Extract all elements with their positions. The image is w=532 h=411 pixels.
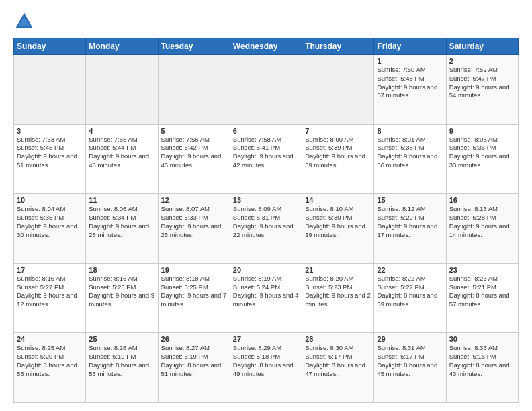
day-number: 30: [449, 335, 515, 343]
day-info: Sunrise: 8:19 AM Sunset: 5:24 PM Dayligh…: [233, 275, 299, 309]
day-number: 4: [89, 127, 154, 135]
day-number: 5: [161, 127, 227, 135]
day-header-monday: Monday: [86, 38, 158, 55]
day-info: Sunrise: 8:06 AM Sunset: 5:34 PM Dayligh…: [89, 205, 154, 239]
day-cell: 29Sunrise: 8:31 AM Sunset: 5:17 PM Dayli…: [374, 333, 446, 403]
day-cell: 17Sunrise: 8:15 AM Sunset: 5:27 PM Dayli…: [14, 263, 86, 333]
day-number: 23: [449, 266, 515, 274]
day-header-tuesday: Tuesday: [158, 38, 230, 55]
day-info: Sunrise: 8:18 AM Sunset: 5:25 PM Dayligh…: [161, 275, 227, 309]
day-info: Sunrise: 8:13 AM Sunset: 5:28 PM Dayligh…: [449, 205, 515, 239]
day-cell: 16Sunrise: 8:13 AM Sunset: 5:28 PM Dayli…: [446, 194, 518, 264]
day-header-sunday: Sunday: [14, 38, 86, 55]
day-cell: 3Sunrise: 7:53 AM Sunset: 5:45 PM Daylig…: [14, 124, 86, 194]
day-number: 12: [161, 196, 227, 204]
week-row-2: 10Sunrise: 8:04 AM Sunset: 5:35 PM Dayli…: [14, 194, 519, 264]
day-info: Sunrise: 8:00 AM Sunset: 5:39 PM Dayligh…: [305, 136, 371, 170]
day-header-saturday: Saturday: [446, 38, 518, 55]
day-cell: 23Sunrise: 8:23 AM Sunset: 5:21 PM Dayli…: [446, 263, 518, 333]
day-info: Sunrise: 8:20 AM Sunset: 5:23 PM Dayligh…: [305, 275, 371, 309]
day-info: Sunrise: 8:01 AM Sunset: 5:38 PM Dayligh…: [377, 136, 443, 170]
day-header-wednesday: Wednesday: [230, 38, 302, 55]
day-info: Sunrise: 8:30 AM Sunset: 5:17 PM Dayligh…: [305, 344, 371, 378]
day-number: 19: [161, 266, 227, 274]
day-number: 22: [377, 266, 443, 274]
page: SundayMondayTuesdayWednesdayThursdayFrid…: [0, 0, 532, 411]
day-number: 27: [233, 335, 299, 343]
day-number: 20: [233, 266, 299, 274]
day-info: Sunrise: 8:27 AM Sunset: 5:19 PM Dayligh…: [161, 344, 227, 378]
day-cell: 6Sunrise: 7:58 AM Sunset: 5:41 PM Daylig…: [230, 124, 302, 194]
day-cell: [14, 55, 86, 125]
week-row-0: 1Sunrise: 7:50 AM Sunset: 5:48 PM Daylig…: [14, 55, 519, 125]
logo-icon: [13, 11, 35, 32]
day-number: 24: [17, 335, 83, 343]
day-cell: 21Sunrise: 8:20 AM Sunset: 5:23 PM Dayli…: [302, 263, 374, 333]
day-info: Sunrise: 8:22 AM Sunset: 5:22 PM Dayligh…: [377, 275, 443, 309]
day-cell: 19Sunrise: 8:18 AM Sunset: 5:25 PM Dayli…: [158, 263, 230, 333]
week-row-4: 24Sunrise: 8:25 AM Sunset: 5:20 PM Dayli…: [14, 333, 519, 403]
header: [13, 11, 519, 32]
week-row-1: 3Sunrise: 7:53 AM Sunset: 5:45 PM Daylig…: [14, 124, 519, 194]
day-header-thursday: Thursday: [302, 38, 374, 55]
day-info: Sunrise: 8:07 AM Sunset: 5:33 PM Dayligh…: [161, 205, 227, 239]
day-info: Sunrise: 8:16 AM Sunset: 5:26 PM Dayligh…: [89, 275, 154, 309]
day-cell: 22Sunrise: 8:22 AM Sunset: 5:22 PM Dayli…: [374, 263, 446, 333]
day-cell: 25Sunrise: 8:26 AM Sunset: 5:19 PM Dayli…: [86, 333, 158, 403]
day-cell: 12Sunrise: 8:07 AM Sunset: 5:33 PM Dayli…: [158, 194, 230, 264]
day-cell: 13Sunrise: 8:09 AM Sunset: 5:31 PM Dayli…: [230, 194, 302, 264]
day-info: Sunrise: 7:52 AM Sunset: 5:47 PM Dayligh…: [449, 66, 515, 100]
day-cell: 26Sunrise: 8:27 AM Sunset: 5:19 PM Dayli…: [158, 333, 230, 403]
day-cell: 15Sunrise: 8:12 AM Sunset: 5:29 PM Dayli…: [374, 194, 446, 264]
day-number: 17: [17, 266, 83, 274]
day-number: 25: [89, 335, 154, 343]
day-info: Sunrise: 8:15 AM Sunset: 5:27 PM Dayligh…: [17, 275, 83, 309]
day-cell: 28Sunrise: 8:30 AM Sunset: 5:17 PM Dayli…: [302, 333, 374, 403]
day-cell: 24Sunrise: 8:25 AM Sunset: 5:20 PM Dayli…: [14, 333, 86, 403]
day-info: Sunrise: 7:50 AM Sunset: 5:48 PM Dayligh…: [377, 66, 443, 100]
week-row-3: 17Sunrise: 8:15 AM Sunset: 5:27 PM Dayli…: [14, 263, 519, 333]
day-cell: 2Sunrise: 7:52 AM Sunset: 5:47 PM Daylig…: [446, 55, 518, 125]
day-number: 26: [161, 335, 227, 343]
day-number: 1: [377, 57, 443, 65]
calendar-header: SundayMondayTuesdayWednesdayThursdayFrid…: [14, 38, 519, 55]
day-info: Sunrise: 8:10 AM Sunset: 5:30 PM Dayligh…: [305, 205, 371, 239]
day-info: Sunrise: 8:29 AM Sunset: 5:18 PM Dayligh…: [233, 344, 299, 378]
day-cell: 9Sunrise: 8:03 AM Sunset: 5:36 PM Daylig…: [446, 124, 518, 194]
logo: [13, 11, 38, 32]
day-cell: 4Sunrise: 7:55 AM Sunset: 5:44 PM Daylig…: [86, 124, 158, 194]
day-number: 28: [305, 335, 371, 343]
day-cell: 30Sunrise: 8:33 AM Sunset: 5:16 PM Dayli…: [446, 333, 518, 403]
day-info: Sunrise: 8:23 AM Sunset: 5:21 PM Dayligh…: [449, 275, 515, 309]
day-cell: 7Sunrise: 8:00 AM Sunset: 5:39 PM Daylig…: [302, 124, 374, 194]
day-info: Sunrise: 8:09 AM Sunset: 5:31 PM Dayligh…: [233, 205, 299, 239]
day-info: Sunrise: 8:31 AM Sunset: 5:17 PM Dayligh…: [377, 344, 443, 378]
day-number: 9: [449, 127, 515, 135]
calendar-table: SundayMondayTuesdayWednesdayThursdayFrid…: [13, 38, 519, 403]
day-number: 21: [305, 266, 371, 274]
day-info: Sunrise: 8:04 AM Sunset: 5:35 PM Dayligh…: [17, 205, 83, 239]
day-info: Sunrise: 7:53 AM Sunset: 5:45 PM Dayligh…: [17, 136, 83, 170]
day-cell: 18Sunrise: 8:16 AM Sunset: 5:26 PM Dayli…: [86, 263, 158, 333]
day-header-friday: Friday: [374, 38, 446, 55]
day-cell: [86, 55, 158, 125]
day-cell: 14Sunrise: 8:10 AM Sunset: 5:30 PM Dayli…: [302, 194, 374, 264]
day-cell: [230, 55, 302, 125]
day-cell: [158, 55, 230, 125]
day-number: 15: [377, 196, 443, 204]
day-number: 7: [305, 127, 371, 135]
day-info: Sunrise: 8:03 AM Sunset: 5:36 PM Dayligh…: [449, 136, 515, 170]
day-number: 13: [233, 196, 299, 204]
day-info: Sunrise: 8:12 AM Sunset: 5:29 PM Dayligh…: [377, 205, 443, 239]
day-info: Sunrise: 8:25 AM Sunset: 5:20 PM Dayligh…: [17, 344, 83, 378]
day-number: 6: [233, 127, 299, 135]
day-cell: 1Sunrise: 7:50 AM Sunset: 5:48 PM Daylig…: [374, 55, 446, 125]
day-number: 2: [449, 57, 515, 65]
day-cell: 27Sunrise: 8:29 AM Sunset: 5:18 PM Dayli…: [230, 333, 302, 403]
day-number: 11: [89, 196, 154, 204]
day-cell: 10Sunrise: 8:04 AM Sunset: 5:35 PM Dayli…: [14, 194, 86, 264]
day-cell: 11Sunrise: 8:06 AM Sunset: 5:34 PM Dayli…: [86, 194, 158, 264]
day-info: Sunrise: 7:56 AM Sunset: 5:42 PM Dayligh…: [161, 136, 227, 170]
day-cell: [302, 55, 374, 125]
day-number: 29: [377, 335, 443, 343]
